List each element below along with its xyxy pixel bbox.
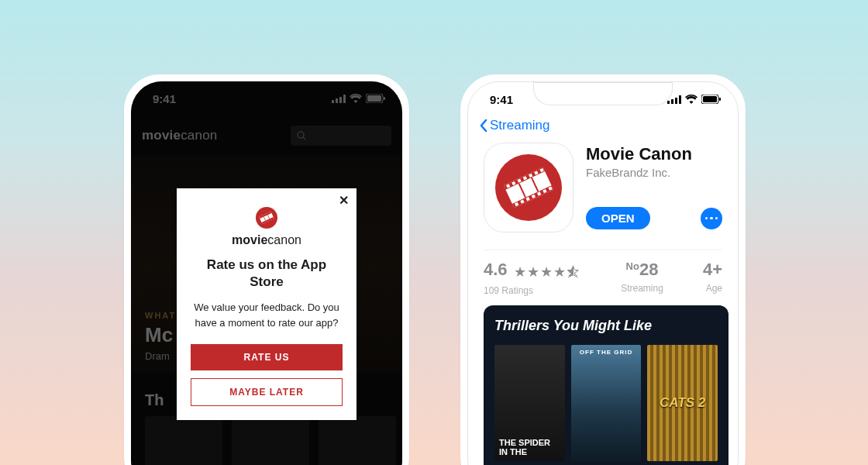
carousel-card: [738, 305, 739, 465]
poster-row: THE SPIDER IN THE OFF THE GRID CATS 2: [494, 345, 718, 461]
maybe-later-button[interactable]: MAYBE LATER: [191, 378, 343, 406]
carousel-heading: Thrillers You Might Like: [494, 318, 718, 334]
app-header: Movie Canon FakeBrandz Inc. OPEN: [484, 143, 722, 232]
app-meta: Movie Canon FakeBrandz Inc. OPEN: [586, 143, 722, 232]
phone-left-screen: 9:41 moviecanon WHAT Mc Dram Th: [131, 81, 402, 465]
wifi-icon: [685, 95, 698, 104]
battery-icon: [701, 95, 721, 104]
age-value: 4+: [703, 260, 722, 279]
star-icons: ★★★★⯪: [514, 264, 581, 281]
age-sub: Age: [703, 283, 722, 294]
film-reel-icon: [495, 154, 562, 221]
chevron-left-icon: [479, 118, 488, 133]
rank-value: 28: [639, 260, 658, 279]
app-icon: [484, 143, 574, 232]
app-title: Movie Canon: [586, 144, 722, 164]
open-button[interactable]: OPEN: [586, 207, 650, 229]
phone-left: 9:41 moviecanon WHAT Mc Dram Th: [124, 74, 409, 465]
modal-logo-text: moviecanon: [232, 233, 301, 247]
poster[interactable]: THE SPIDER IN THE: [494, 345, 565, 461]
rate-us-button[interactable]: RATE US: [191, 344, 343, 370]
modal-body: We value your feedback. Do you have a mo…: [191, 300, 343, 330]
svg-rect-28: [679, 95, 681, 104]
rank-prefix: No: [626, 260, 639, 272]
rate-modal: ✕ moviecanon Rate us on the App Store We…: [177, 188, 356, 420]
carousel-card: Thrillers You Might Like THE SPIDER IN T…: [484, 305, 728, 465]
phone-right-screen: 9:41 Streaming: [467, 81, 739, 465]
poster[interactable]: OFF THE GRID: [571, 345, 642, 461]
svg-rect-31: [719, 98, 721, 101]
poster-title: OFF THE GRID: [571, 350, 642, 356]
stats-row: 4.6 ★★★★⯪ 109 Ratings No28 Streaming 4+ …: [484, 250, 722, 296]
breadcrumb-label: Streaming: [490, 118, 549, 133]
age-stat: 4+ Age: [703, 261, 722, 294]
svg-rect-25: [667, 101, 670, 104]
rating-value: 4.6: [484, 260, 508, 279]
rating-count: 109 Ratings: [484, 285, 581, 296]
film-reel-icon: [256, 207, 277, 229]
svg-rect-27: [675, 98, 677, 104]
rank-stat: No28 Streaming: [621, 261, 663, 294]
screenshot-carousel[interactable]: Thrillers You Might Like THE SPIDER IN T…: [484, 305, 738, 465]
svg-rect-26: [671, 99, 673, 104]
status-time: 9:41: [490, 93, 513, 106]
poster[interactable]: CATS 2: [647, 345, 718, 461]
close-icon[interactable]: ✕: [339, 193, 349, 208]
rank-sub: Streaming: [621, 283, 663, 294]
developer-label: FakeBrandz Inc.: [586, 166, 722, 179]
poster-title: THE SPIDER IN THE: [499, 438, 560, 456]
notch: [533, 82, 673, 105]
poster-title: CATS 2: [647, 396, 718, 411]
more-button[interactable]: [701, 208, 722, 229]
modal-logo: moviecanon: [191, 207, 343, 247]
rating-stat: 4.6 ★★★★⯪ 109 Ratings: [484, 261, 581, 296]
breadcrumb[interactable]: Streaming: [479, 118, 549, 133]
status-icons: [667, 95, 721, 104]
svg-rect-30: [703, 96, 717, 102]
phone-right: 9:41 Streaming: [460, 74, 746, 465]
modal-heading: Rate us on the App Store: [191, 257, 343, 291]
